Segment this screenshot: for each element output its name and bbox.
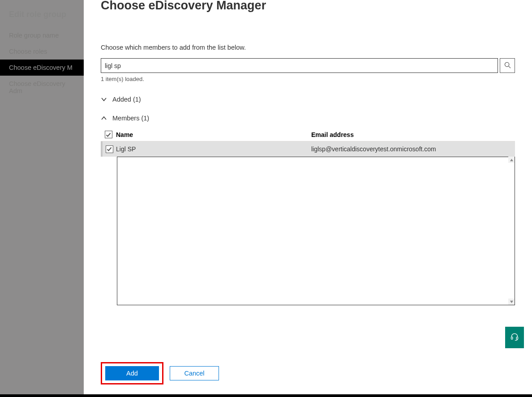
svg-rect-5 <box>516 337 518 339</box>
search-button[interactable] <box>500 58 515 73</box>
table-row[interactable]: Ligl SP liglsp@verticaldiscoverytest.onm… <box>101 141 515 157</box>
chevron-down-icon <box>101 96 107 102</box>
panel-title: Choose eDiscovery Manager <box>84 0 532 13</box>
column-header-name[interactable]: Name <box>116 131 311 138</box>
search-icon <box>504 62 511 70</box>
cancel-button[interactable]: Cancel <box>170 366 219 380</box>
scroll-up-button[interactable] <box>508 157 515 163</box>
row-checkbox[interactable] <box>106 145 113 153</box>
choose-manager-panel: Choose eDiscovery Manager Choose which m… <box>84 0 532 394</box>
added-section-toggle[interactable]: Added (1) <box>101 96 515 103</box>
column-header-email[interactable]: Email address <box>311 131 515 138</box>
svg-point-0 <box>505 62 509 66</box>
items-loaded-text: 1 item(s) loaded. <box>101 76 515 82</box>
members-table: Name Email address Ligl SP liglsp@vertic… <box>101 128 515 157</box>
members-section-label: Members (1) <box>112 115 149 122</box>
table-header: Name Email address <box>101 128 515 141</box>
chevron-up-icon <box>101 115 107 121</box>
os-taskbar <box>0 394 532 397</box>
search-input[interactable] <box>101 58 498 73</box>
help-button[interactable] <box>505 327 524 348</box>
add-button[interactable]: Add <box>105 366 159 380</box>
panel-subtitle: Choose which members to add from the lis… <box>84 44 532 51</box>
members-section-toggle[interactable]: Members (1) <box>101 115 515 122</box>
headset-icon <box>510 332 519 343</box>
members-list-viewport[interactable] <box>117 157 515 305</box>
select-all-checkbox[interactable] <box>105 131 112 138</box>
svg-marker-2 <box>510 158 513 161</box>
modal-dim-overlay <box>0 0 84 394</box>
row-email: liglsp@verticaldiscoverytest.onmicrosoft… <box>311 145 515 153</box>
svg-line-1 <box>508 66 510 68</box>
panel-footer: Add Cancel <box>101 362 219 384</box>
svg-rect-4 <box>511 337 513 339</box>
scroll-down-button[interactable] <box>508 299 515 305</box>
row-name: Ligl SP <box>116 145 311 153</box>
add-button-highlight: Add <box>101 362 163 384</box>
svg-marker-3 <box>510 300 513 303</box>
added-section-label: Added (1) <box>112 96 141 103</box>
